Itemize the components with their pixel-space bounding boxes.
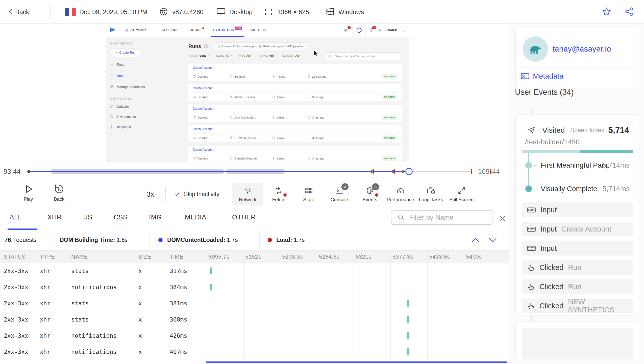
horizontal-scrollbar[interactable] — [206, 361, 507, 363]
network-request-row[interactable]: 2xx-3xx xhr notifications x 384ms — [0, 279, 509, 295]
mouse-cursor — [312, 49, 320, 58]
event-dot — [401, 170, 404, 173]
network-table-rows: 2xx-3xx xhr stats x 317ms 2xx-3xx xhr no… — [0, 263, 509, 360]
panel-button-network[interactable]: Network — [232, 183, 263, 206]
run-ago: 3 hrs ago — [307, 95, 324, 99]
share-icon[interactable] — [624, 7, 634, 17]
recorded-app-frame: All Projects SESSIONSERRORSSYNTHETICSNEW… — [106, 24, 409, 162]
user-event-clicked[interactable]: ClickedRun — [522, 260, 633, 275]
metadata-button[interactable]: Metadata — [521, 72, 563, 80]
back-button[interactable]: Back — [15, 8, 29, 16]
net-tab-media[interactable]: MEDIA — [185, 213, 206, 221]
column-name: NAME — [71, 254, 88, 260]
run-duration: 1 min — [272, 157, 307, 160]
timeline-scrubber[interactable] — [405, 168, 413, 175]
session-replay-window: Back Dec 09, 2020, 05:10 PM v87.0.4280 D… — [0, 0, 644, 364]
id-card-icon — [521, 72, 529, 80]
search-icon — [397, 213, 405, 221]
visited-card[interactable]: Visited Speed Index 5,714 /test-builder/… — [522, 121, 633, 196]
network-request-row[interactable]: 2xx-3xx xhr stats x 381ms — [0, 295, 509, 311]
net-tab-other[interactable]: OTHER — [232, 213, 256, 221]
count-badge: 4 — [341, 183, 349, 190]
chrome-browser-icon — [159, 7, 168, 17]
user-event-input[interactable]: Input — [522, 241, 633, 256]
app-nav-tabs: SESSIONSERRORSSYNTHETICSNEWMETRICS — [162, 24, 266, 37]
app-navbar-right: 1 33 KRAIEM — [344, 24, 409, 37]
run-duration: 1 min — [272, 95, 307, 99]
run-name: Create Account — [188, 105, 402, 113]
app-tab-sessions: SESSIONS — [162, 24, 179, 37]
net-tab-css[interactable]: CSS — [114, 213, 128, 221]
user-menu: KRAIEM — [386, 29, 398, 32]
run-ago: 3 hrs ago — [307, 136, 324, 140]
user-event-input[interactable]: Input — [522, 202, 633, 217]
count-badge: 6 — [372, 183, 379, 190]
error-marker — [373, 169, 374, 174]
resolution-frame-icon — [264, 8, 273, 17]
run-device: Desktop — [193, 75, 230, 78]
project-selector-label: All Projects — [130, 28, 146, 32]
user-event-input[interactable]: InputCreate Account — [522, 222, 633, 236]
time-column: 5433.6s — [429, 254, 450, 260]
domcontentloaded-time: DOMContentLoaded: 1.7s — [167, 237, 238, 243]
kebab-menu-icon — [401, 28, 405, 32]
network-request-row[interactable]: 2xx-3xx xhr stats x 317ms — [0, 263, 509, 279]
panel-button-long-tasks[interactable]: Long Tasks — [416, 183, 446, 206]
network-request-row[interactable]: 2xx-3xx xhr notifications x 407ms — [0, 344, 509, 360]
sidebar-item-variables: Variables — [110, 102, 174, 112]
events-group-card: Visited Speed Index 5,714 /test-builder/… — [515, 114, 639, 315]
panel-button-fetch[interactable]: Fetch — [263, 183, 293, 206]
hand-icon — [527, 283, 535, 291]
end-time-label: 10944 — [478, 168, 500, 176]
runs-title: Runs — [188, 43, 201, 49]
recorded-app-navbar: All Projects SESSIONSERRORSSYNTHETICSNEW… — [106, 24, 409, 37]
user-email-link[interactable]: tahay@asayer.io — [553, 44, 611, 54]
jump-previous-icon[interactable] — [470, 235, 481, 247]
timeline-progress — [28, 171, 409, 172]
run-status-badge: PASSED — [382, 95, 397, 99]
play-button[interactable]: Play — [18, 184, 39, 202]
panel-button-state[interactable]: State — [293, 183, 324, 206]
speed-toggle[interactable]: 3x — [146, 181, 154, 207]
run-card: Create Account Desktop US West (N. Cal..… — [188, 125, 402, 142]
close-panel-icon[interactable] — [498, 214, 507, 224]
chevron-left-icon — [7, 7, 15, 17]
run-device: Desktop — [193, 157, 230, 160]
filter-input[interactable] — [409, 213, 484, 222]
run-duration: 1 min — [272, 116, 307, 119]
dom-building-time: DOM Building Time: 1.6s — [60, 237, 128, 243]
app-tab-metrics: METRICS — [251, 24, 266, 37]
favorite-star-icon[interactable] — [602, 7, 612, 18]
jump-next-icon[interactable] — [487, 235, 498, 247]
network-request-row[interactable]: 2xx-3xx xhr notifications x 426ms — [0, 328, 509, 344]
panel-button-console[interactable]: Console 4 — [324, 183, 355, 206]
net-tab-img[interactable]: IMG — [149, 213, 162, 221]
sitemap-icon — [110, 115, 114, 119]
visited-label: Visited — [542, 126, 565, 134]
active-tab-underline — [8, 229, 37, 230]
run-status-badge: PASSED — [382, 156, 397, 161]
topbar-divider — [51, 4, 51, 19]
net-tab-all[interactable]: ALL — [10, 213, 22, 221]
net-tab-xhr[interactable]: XHR — [47, 213, 62, 221]
net-tab-js[interactable]: JS — [84, 213, 92, 221]
user-event-clicked[interactable]: ClickedNEW SYNTHETICS — [522, 299, 633, 313]
filter-box[interactable] — [391, 210, 492, 225]
user-event-clicked[interactable]: ClickedRun — [522, 279, 633, 294]
waterfall-bar — [407, 332, 409, 339]
chevron-down-icon — [148, 29, 152, 32]
panel-button-full-screen[interactable]: Full Screen — [446, 183, 477, 206]
panel-button-events[interactable]: Events 6 — [355, 183, 385, 206]
os-label: Windows — [338, 8, 364, 16]
run-device: Desktop — [193, 136, 230, 140]
filter-location: LocationAll — [283, 54, 302, 57]
network-tabs: ALLXHRJSCSSIMGMEDIAOTHER — [0, 207, 509, 230]
skip-inactivity-toggle[interactable]: Skip Inactivity — [174, 181, 219, 207]
network-request-row[interactable]: 2xx-3xx xhr stats x 368ms — [0, 311, 509, 328]
time-column: 5490s — [466, 254, 482, 260]
svg-text:10: 10 — [58, 188, 62, 191]
replay-timeline[interactable]: 93:44 10944 — [0, 162, 509, 181]
panel-button-performance[interactable]: Performance — [385, 183, 416, 206]
cli-link: CLI — [233, 45, 238, 48]
back-10s-button[interactable]: 10 Back — [48, 184, 70, 202]
